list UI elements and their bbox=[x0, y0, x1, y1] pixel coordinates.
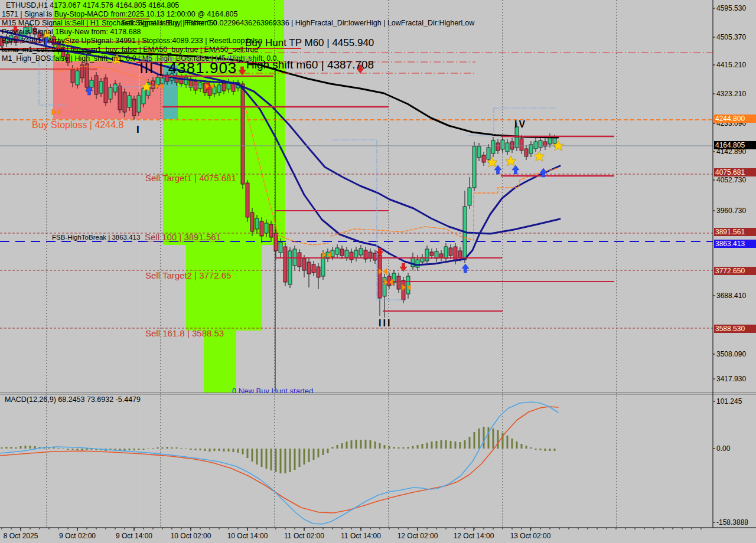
candle-body bbox=[506, 143, 509, 152]
time-label: 11 Oct 14:00 bbox=[341, 532, 381, 540]
price-badge: 3772.650 bbox=[714, 267, 756, 275]
candle-body bbox=[524, 149, 528, 156]
candle-body bbox=[312, 264, 315, 273]
candle-body bbox=[487, 148, 490, 159]
candle-body bbox=[496, 143, 500, 151]
candle-body bbox=[194, 81, 197, 90]
candle-body bbox=[534, 142, 537, 149]
candle-body bbox=[373, 253, 377, 260]
price-badge: 3863.413 bbox=[714, 240, 756, 248]
candle-body bbox=[350, 252, 353, 260]
candle-body bbox=[274, 233, 278, 251]
clipped-text-box: 0 New Buy Hunt started bbox=[232, 387, 362, 393]
header-line-3: M15 MACD Signal is:Sell | H1 Stochastic … bbox=[2, 19, 474, 27]
candle-body bbox=[354, 250, 358, 258]
macd-scale-label: -158.3888 bbox=[716, 518, 748, 526]
time-label: 13 Oct 02:00 bbox=[510, 532, 551, 540]
candle-body bbox=[71, 70, 74, 83]
candle-body bbox=[340, 249, 344, 256]
candle-body bbox=[241, 84, 245, 184]
candle-body bbox=[260, 221, 263, 236]
candle-body bbox=[99, 81, 103, 93]
chart-canvas[interactable] bbox=[0, 0, 756, 543]
price-label: 4595.530 bbox=[716, 4, 746, 12]
sell-100-label: Sell 100 | 3891.561 bbox=[145, 233, 221, 242]
price-badge: 3588.530 bbox=[714, 325, 756, 333]
sell-target1-label: Sell Target1 | 4075.681 bbox=[145, 174, 236, 183]
candle-body bbox=[539, 140, 542, 148]
candle-body bbox=[378, 255, 382, 298]
fsb-high-to-break-label: FSB-HighToBreak | 3863.413 bbox=[52, 234, 140, 241]
candle-body bbox=[411, 257, 415, 267]
candle-body bbox=[156, 77, 159, 85]
price-badge: 4164.805 bbox=[714, 141, 756, 149]
candle-body bbox=[265, 223, 268, 233]
candle-body bbox=[359, 248, 363, 255]
candle-body bbox=[217, 85, 221, 93]
candle-body bbox=[458, 251, 462, 258]
time-label: 9 Oct 02:00 bbox=[59, 532, 96, 540]
price-label: 3688.410 bbox=[716, 292, 746, 300]
candle-body bbox=[232, 83, 235, 91]
highlight-zone bbox=[186, 245, 262, 331]
candle-body bbox=[345, 250, 348, 257]
bos-level-label: III | 4381.903 bbox=[139, 60, 237, 76]
candle-body bbox=[397, 276, 400, 289]
mt4-chart-window: ETHUSD,H1 4173.067 4174.576 4164.805 416… bbox=[0, 0, 756, 543]
candle-body bbox=[109, 87, 112, 99]
price-badge: 4075.681 bbox=[714, 168, 756, 176]
time-label: 12 Oct 02:00 bbox=[397, 532, 438, 540]
candle-body bbox=[501, 140, 504, 149]
candle-body bbox=[246, 183, 249, 217]
sell-1618-label: Sell 161.8 | 3588.53 bbox=[145, 329, 224, 338]
time-label: 8 Oct 2025 bbox=[4, 532, 38, 540]
header-line-2: 1571 | Signal is Buy-Stop-MACD from:2025… bbox=[2, 11, 238, 18]
numeral-iii: III bbox=[379, 319, 392, 329]
candle-body bbox=[430, 252, 434, 256]
candle-body bbox=[94, 76, 98, 94]
candle-body bbox=[269, 224, 273, 237]
candle-body bbox=[250, 212, 254, 231]
candle-body bbox=[520, 139, 523, 151]
header-line-4: Previous Signal 1Buy-New from: 4178.688 bbox=[2, 28, 141, 36]
price-label: 4323.210 bbox=[716, 90, 746, 98]
candle-body bbox=[118, 86, 122, 110]
candle-body bbox=[288, 251, 292, 284]
candle-body bbox=[302, 259, 306, 270]
buy-hunt-tp-label: Buy Hunt TP M60 | 4455.940 bbox=[245, 38, 374, 48]
candle-body bbox=[279, 242, 282, 253]
candle-body bbox=[198, 83, 202, 89]
price-label: 3508.090 bbox=[716, 350, 746, 358]
price-label: 3417.930 bbox=[716, 375, 746, 383]
price-badge: 3891.561 bbox=[714, 228, 756, 236]
candle-body bbox=[331, 250, 334, 257]
numeral-i: I bbox=[136, 125, 139, 135]
time-label: 9 Oct 14:00 bbox=[116, 532, 152, 540]
price-label: 4052.730 bbox=[716, 176, 746, 184]
candle-body bbox=[491, 140, 495, 153]
overprint-signal-text: Sell Signal is:Buy | Fisher:0.0 bbox=[121, 19, 217, 27]
candle-body bbox=[222, 83, 226, 91]
header-line-5: Bars: 34991 | ArraySize UpSignal: 34991 … bbox=[2, 37, 262, 45]
header-line-6: tema_m1_sell: true | tema_m1_buy: false … bbox=[2, 46, 258, 54]
candle-body bbox=[416, 260, 419, 267]
buy-stoploss-label: Buy Stoploss | 4244.8 bbox=[32, 120, 123, 130]
candle-body bbox=[439, 254, 443, 257]
high-shift-label: High shift m60 | 4387.708 bbox=[246, 59, 374, 71]
candle-body bbox=[137, 96, 141, 112]
candle-body bbox=[425, 249, 429, 261]
macd-scale-label: 0.00 bbox=[716, 444, 730, 453]
time-label: 11 Oct 02:00 bbox=[284, 532, 324, 540]
price-label: 3960.730 bbox=[716, 207, 746, 215]
candle-body bbox=[468, 188, 471, 205]
candle-body bbox=[284, 247, 287, 282]
candle-body bbox=[477, 146, 481, 158]
candle-body bbox=[90, 80, 93, 87]
candle-body bbox=[553, 138, 556, 143]
time-label: 12 Oct 14:00 bbox=[454, 532, 494, 540]
candle-body bbox=[298, 253, 301, 267]
sell-target2-label: Sell Target2 | 3772.65 bbox=[145, 271, 231, 280]
candle-body bbox=[85, 64, 89, 87]
clipped-status-text: 0 New Buy Hunt started bbox=[232, 387, 362, 393]
candle-body bbox=[113, 84, 117, 92]
